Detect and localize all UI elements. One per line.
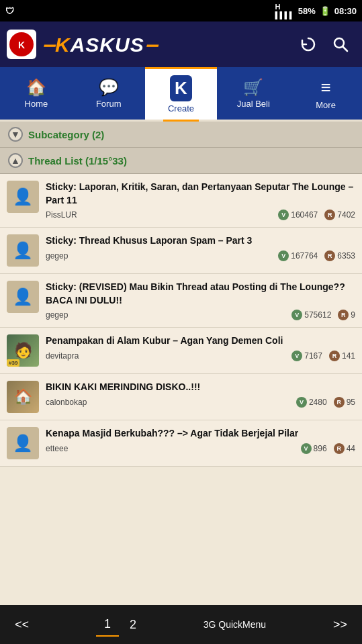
app-logo: K — [7, 30, 36, 59]
thread-content-1: Sticky: Laporan, Kritik, Saran, dan Pert… — [46, 181, 355, 220]
views-icon-4: V — [291, 351, 302, 361]
thread-author-4: devitapra — [46, 351, 285, 361]
avatar-ghost-2: 👤 — [7, 234, 39, 267]
thread-author-3: gegep — [46, 310, 285, 320]
create-icon: K — [170, 75, 192, 101]
nav-create-label: Create — [168, 103, 194, 113]
jualbeli-icon: 🛒 — [243, 78, 263, 97]
subcategory-header[interactable]: ▼ Subcategory (2) — [0, 122, 362, 148]
thread-author-6: etteee — [46, 444, 294, 453]
status-bar: 🛡 H▌▌▌▌ 58% 🔋 08:30 — [0, 0, 362, 21]
avatar-ghost-1: 👤 — [7, 181, 39, 213]
page-controls: 1 2 — [96, 613, 144, 637]
thread-avatar-5: 🏠 — [7, 381, 39, 413]
subcategory-title: Subcategory (2) — [28, 129, 104, 140]
threadlist-title: Thread List (1/15°33) — [28, 155, 127, 167]
thread-item[interactable]: 🏠 BIKIN KAKI MERINDING DISKO..!!! calonb… — [0, 374, 362, 420]
views-count-4: 7167 — [304, 351, 322, 361]
thread-meta-6: etteee V 896 R 44 — [46, 443, 355, 454]
svg-text:K: K — [18, 40, 25, 50]
thread-item[interactable]: 👤 Kenapa Masjid Berkubah??? –> Agar Tida… — [0, 420, 362, 467]
thread-meta-1: PissLUR V 160467 R 7402 — [46, 210, 355, 220]
replies-icon-4: R — [329, 351, 340, 361]
thread-author-5: calonbokap — [46, 398, 289, 407]
thread-meta-2: gegep V 167764 R 6353 — [46, 250, 355, 261]
nav-more[interactable]: ≡ More — [289, 67, 362, 120]
nav-home[interactable]: 🏠 Home — [0, 67, 73, 120]
replies-icon-1: R — [324, 210, 335, 220]
next-button[interactable]: >> — [325, 612, 355, 637]
prev-button[interactable]: << — [7, 612, 37, 637]
thread-content-2: Sticky: Thread Khusus Laporan Spam – Par… — [46, 234, 355, 267]
bottom-nav: << 1 2 3G QuickMenu >> — [0, 605, 362, 644]
thread-item[interactable]: 👤 Sticky: Thread Khusus Laporan Spam – P… — [0, 228, 362, 274]
thread-content-5: BIKIN KAKI MERINDING DISKO..!!! calonbok… — [46, 381, 355, 413]
thread-avatar-4: 🧑 #39 — [7, 334, 39, 367]
threadlist-toggle[interactable]: ▲ — [8, 153, 23, 168]
thread-views-4: V 7167 — [291, 351, 322, 361]
replies-icon-5: R — [334, 397, 345, 408]
thread-views-6: V 896 — [301, 443, 327, 454]
home-icon: 🏠 — [26, 78, 46, 97]
thread-content-4: Penampakan di Alam Kubur – Agan Yang Dem… — [46, 334, 355, 367]
replies-count-2: 6353 — [337, 251, 355, 261]
thread-avatar-2: 👤 — [7, 234, 39, 267]
views-count-3: 575612 — [304, 310, 331, 320]
replies-count-5: 95 — [347, 398, 355, 407]
app-header: K ‒KASKUS‒ — [0, 21, 362, 67]
thread-author-2: gegep — [46, 251, 271, 261]
thread-title-6: Kenapa Masjid Berkubah??? –> Agar Tidak … — [46, 427, 355, 441]
thread-replies-5: R 95 — [334, 397, 355, 408]
views-count-1: 160467 — [291, 210, 318, 220]
thread-author-1: PissLUR — [46, 210, 271, 220]
views-icon-3: V — [291, 310, 302, 320]
threadlist-header[interactable]: ▲ Thread List (1/15°33) — [0, 148, 362, 174]
nav-forum[interactable]: 💬 Forum — [73, 67, 145, 120]
thread-title-3: Sticky: (REVISED) Mau Bikin Thread atau … — [46, 281, 355, 307]
replies-count-1: 7402 — [337, 210, 355, 220]
nav-jualbeli[interactable]: 🛒 Jual Beli — [217, 67, 289, 120]
thread-title-2: Sticky: Thread Khusus Laporan Spam – Par… — [46, 234, 355, 248]
thread-title-4: Penampakan di Alam Kubur – Agan Yang Dem… — [46, 334, 355, 348]
thread-views-2: V 167764 — [278, 250, 318, 261]
replies-count-6: 44 — [347, 444, 355, 453]
quickmenu-button[interactable]: 3G QuickMenu — [203, 619, 266, 630]
battery-status: 58% — [298, 6, 316, 16]
avatar-ghost-3: 👤 — [7, 281, 39, 313]
nav-bar: 🏠 Home 💬 Forum K Create 🛒 Jual Beli ≡ Mo… — [0, 67, 362, 120]
thread-views-5: V 2480 — [296, 397, 327, 408]
thread-item[interactable]: 👤 Sticky: (REVISED) Mau Bikin Thread ata… — [0, 274, 362, 328]
thread-avatar-3: 👤 — [7, 281, 39, 313]
logo-area: K ‒KASKUS‒ — [7, 30, 288, 59]
nav-create[interactable]: K Create — [145, 67, 218, 120]
views-icon-1: V — [278, 210, 289, 220]
search-button[interactable] — [326, 30, 355, 59]
battery-icon: 🔋 — [320, 6, 330, 16]
thread-meta-5: calonbokap V 2480 R 95 — [46, 397, 355, 408]
refresh-button[interactable] — [293, 30, 323, 59]
replies-icon-2: R — [324, 250, 335, 261]
content-area: ▼ Subcategory (2) ▲ Thread List (1/15°33… — [0, 122, 362, 506]
nav-jualbeli-label: Jual Beli — [237, 99, 270, 109]
shield-icon: 🛡 — [5, 6, 14, 16]
thread-views-3: V 575612 — [291, 310, 331, 320]
thread-item[interactable]: 👤 Sticky: Laporan, Kritik, Saran, dan Pe… — [0, 174, 362, 228]
replies-count-4: 141 — [342, 351, 355, 361]
thread-avatar-6: 👤 — [7, 427, 39, 459]
replies-count-3: 9 — [351, 310, 355, 320]
nav-forum-label: Forum — [96, 99, 122, 109]
subcategory-toggle[interactable]: ▼ — [8, 127, 23, 142]
page-2-button[interactable]: 2 — [122, 614, 144, 636]
forum-icon: 💬 — [99, 78, 119, 97]
clock: 08:30 — [334, 6, 357, 16]
page-1-button[interactable]: 1 — [96, 613, 119, 637]
views-icon-5: V — [296, 397, 307, 408]
thread-item[interactable]: 🧑 #39 Penampakan di Alam Kubur – Agan Ya… — [0, 328, 362, 374]
replies-icon-6: R — [334, 443, 345, 454]
views-icon-6: V — [301, 443, 312, 454]
thread-replies-2: R 6353 — [324, 250, 355, 261]
views-icon-2: V — [278, 250, 289, 261]
signal-indicator: H▌▌▌▌ — [275, 3, 293, 19]
views-count-6: 896 — [314, 444, 327, 453]
avatar-ghost-6: 👤 — [7, 427, 39, 459]
